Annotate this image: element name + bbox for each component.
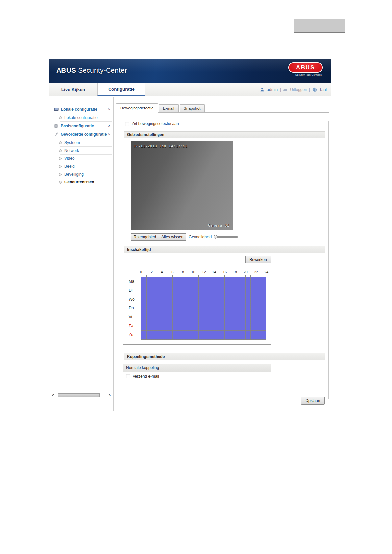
logout-link[interactable]: Uitloggen — [290, 87, 307, 92]
content-tabstrip: Bewegingsdetectie E-mail Snapshot — [116, 103, 329, 113]
schedule-box: 024681012141618202224 MaDiWoDoVrZaZo — [123, 266, 271, 345]
sensitivity-slider[interactable] — [214, 236, 238, 238]
hour-label: 22 — [254, 270, 258, 274]
globe-language-icon — [312, 87, 317, 92]
hour-label: 8 — [182, 270, 184, 274]
navbar-user-area: admin | Uitloggen | Taal — [260, 83, 327, 96]
sidebar-item-beveiliging[interactable]: Beveiliging — [49, 170, 113, 178]
brand-title-bold: ABUS — [56, 66, 76, 74]
day-label: Za — [127, 322, 141, 330]
sidebar-item-lokale-configuratie[interactable]: Lokale configuratie — [49, 114, 113, 122]
draw-area-button[interactable]: Tekengebied — [131, 233, 159, 241]
clear-all-button[interactable]: Alles wissen — [159, 233, 186, 241]
sidebar-item-label: Video — [64, 156, 74, 161]
sensitivity-slider-handle[interactable] — [214, 235, 217, 239]
scroll-left-button[interactable]: < — [52, 393, 56, 397]
area-tools-row: Tekengebied Alles wissen Gevoeligheid — [131, 233, 328, 241]
sidebar-hscrollbar: < > — [52, 393, 111, 397]
day-label: Wo — [127, 295, 141, 304]
chevron-down-icon[interactable]: ˅ — [108, 132, 110, 136]
save-button[interactable]: Opslaan — [301, 397, 325, 405]
language-link[interactable]: Taal — [319, 87, 327, 92]
hour-label: 4 — [161, 270, 163, 274]
footer-line — [49, 425, 79, 425]
display-icon — [54, 108, 59, 112]
edit-row: Bewerken — [123, 256, 271, 263]
hour-label: 0 — [140, 270, 142, 274]
abus-logo: ABUS Security Tech Germany — [288, 62, 323, 76]
camera-preview[interactable]: 07-11-2013 Thu 14:17:51 Camera 01 — [131, 141, 233, 230]
day-label: Vr — [127, 313, 141, 322]
sidebar-item-label: Gebeurtenissen — [64, 180, 94, 184]
area-section-title: Gebiedsinstellingen — [124, 131, 325, 138]
enable-motion-detection-row: Zet bewegingsdetectie aan — [125, 121, 328, 126]
schedule-grid[interactable] — [141, 277, 266, 340]
chevron-down-icon[interactable]: ˅ — [108, 108, 110, 111]
linkage-box: Normale koppeling Verzend e-mail — [123, 364, 271, 381]
hour-label: 24 — [264, 270, 268, 274]
brand-title: ABUSSecurity-Center — [56, 66, 127, 74]
sidebar-group-label: Lokale configuratie — [61, 107, 97, 112]
motion-detection-checkbox[interactable] — [125, 122, 129, 126]
preview-timestamp: 07-11-2013 Thu 14:17:51 — [134, 144, 187, 148]
top-navbar: Live Kijken Configuratie admin | Uitlogg… — [49, 83, 331, 96]
day-label: Do — [127, 304, 141, 313]
schedule-inner: 024681012141618202224 MaDiWoDoVrZaZo — [127, 270, 266, 340]
brand-title-rest: Security-Center — [78, 66, 127, 74]
header-banner: ABUSSecurity-Center ABUS Security Tech G… — [49, 59, 331, 83]
globe-icon — [54, 124, 58, 128]
app-window: ABUSSecurity-Center ABUS Security Tech G… — [49, 59, 331, 411]
separator: | — [309, 87, 310, 92]
user-name[interactable]: admin — [267, 87, 278, 92]
sidebar: Lokale configuratie ˅ Lokale configurati… — [49, 97, 114, 411]
sidebar-item-gebeurtenissen[interactable]: Gebeurtenissen — [49, 178, 113, 186]
scroll-thumb[interactable] — [58, 393, 100, 397]
sidebar-group-label: Gevorderde configuratie — [61, 132, 107, 137]
nav-tab-live-kijken[interactable]: Live Kijken — [49, 83, 97, 96]
separator: | — [280, 87, 281, 92]
tab-email[interactable]: E-mail — [159, 104, 179, 112]
sensitivity-label: Gevoeligheid — [189, 235, 212, 239]
schedule-section-title: Inschakeltijd — [124, 246, 325, 253]
tab-bewegingsdetectie[interactable]: Bewegingsdetectie — [116, 103, 158, 113]
sidebar-group-gevorderde-configuratie[interactable]: Gevorderde configuratie ˅ — [49, 130, 113, 139]
send-email-label: Verzend e-mail — [133, 374, 159, 379]
tab-snapshot[interactable]: Snapshot — [180, 104, 205, 112]
hour-label: 14 — [212, 270, 216, 274]
day-label: Zo — [127, 330, 141, 339]
motion-detection-checkbox-label: Zet bewegingsdetectie aan — [132, 121, 179, 126]
schedule-days: MaDiWoDoVrZaZo — [127, 277, 141, 339]
sidebar-group-lokale-configuratie[interactable]: Lokale configuratie ˅ — [49, 105, 113, 114]
bottom-dashed-line — [0, 553, 392, 553]
edit-schedule-button[interactable]: Bewerken — [245, 256, 271, 263]
user-icon — [260, 87, 264, 92]
radio-icon — [59, 165, 62, 168]
sidebar-group-basisconfiguratie[interactable]: Basisconfiguratie ˄ — [49, 122, 113, 130]
radio-icon — [59, 149, 62, 152]
nav-tab-configuratie[interactable]: Configuratie — [97, 83, 145, 96]
hour-label: 16 — [223, 270, 227, 274]
sidebar-item-beeld[interactable]: Beeld — [49, 162, 113, 170]
sidebar-item-label: Systeem — [64, 140, 80, 145]
schedule-hours: 024681012141618202224 — [141, 270, 266, 275]
hand-logout-icon — [283, 88, 288, 92]
radio-icon — [59, 173, 62, 176]
day-label: Di — [127, 286, 141, 295]
wrench-icon — [54, 132, 58, 137]
linkage-section-title: Koppelingsmethode — [124, 353, 325, 360]
chevron-up-icon[interactable]: ˄ — [108, 124, 110, 128]
sidebar-item-video[interactable]: Video — [49, 155, 113, 162]
hour-label: 12 — [202, 270, 206, 274]
sidebar-item-netwerk[interactable]: Netwerk — [49, 147, 113, 155]
sidebar-item-systeem[interactable]: Systeem — [49, 139, 113, 147]
abus-logo-subtext: Security Tech Germany — [288, 74, 323, 76]
sidebar-item-label: Beveiliging — [64, 172, 84, 177]
day-label: Ma — [127, 277, 141, 286]
hour-label: 2 — [151, 270, 153, 274]
scroll-right-button[interactable]: > — [106, 393, 111, 397]
hour-label: 6 — [171, 270, 173, 274]
linkage-group-header: Normale koppeling — [123, 364, 271, 372]
abus-logo-oval: ABUS — [288, 62, 323, 73]
hour-label: 20 — [243, 270, 247, 274]
send-email-checkbox[interactable] — [126, 374, 130, 378]
